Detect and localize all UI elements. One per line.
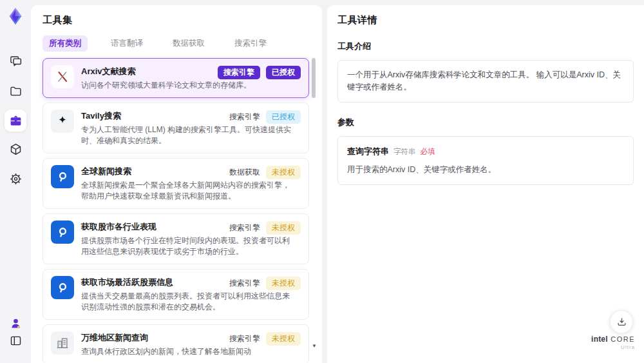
tab-data-fetching[interactable]: 数据获取: [166, 35, 211, 52]
blue-search-icon: [51, 221, 74, 244]
param-type: 字符串: [393, 146, 416, 158]
auth-status-badge: 未授权: [266, 332, 301, 346]
tab-language-translation[interactable]: 语言翻译: [104, 35, 149, 52]
tab-search-engine[interactable]: 搜索引擎: [228, 35, 273, 52]
sidebar-item-packages[interactable]: [5, 138, 26, 160]
tool-description: 查询具体行政区划内的新闻，快速了解各地新闻动: [81, 346, 301, 357]
auth-status-badge: 未授权: [266, 166, 301, 179]
parameter-box: 查询字符串 字符串 必填 用于搜索的Arxiv ID、关键字或作者姓名。: [337, 136, 634, 185]
category-label: 搜索引擎: [229, 112, 260, 123]
brand-core-text: CORE: [611, 335, 635, 343]
params-section-title: 参数: [337, 117, 634, 128]
app-root: 工具集 所有类别 语言翻译 数据获取 搜索引擎 Arxiv文献搜索 访问各个研究…: [0, 0, 644, 363]
category-label: 数据获取: [229, 167, 260, 178]
blue-search-icon: [51, 165, 74, 188]
folder-icon: [9, 84, 23, 98]
detail-title: 工具详情: [337, 14, 634, 26]
brand-intel-text: intel: [591, 335, 608, 344]
category-label: 搜索引擎: [229, 333, 260, 344]
tool-card-sector-performance[interactable]: 获取股市各行业表现 提供股票市场各个行业在特定时间段内的表现。投资者可以利用这些…: [43, 213, 309, 264]
tool-list: Arxiv文献搜索 访问各个研究领域大量科学论文和文章的存储库。 搜索引擎 已授…: [43, 58, 309, 363]
scrollbar-down-arrow-icon[interactable]: ▼: [312, 343, 317, 349]
tool-detail-panel: 工具详情 工具介绍 一个用于从Arxiv存储库搜索科学论文和文章的工具。 输入可…: [327, 5, 644, 363]
tool-card-arxiv[interactable]: Arxiv文献搜索 访问各个研究领域大量科学论文和文章的存储库。 搜索引擎 已授…: [43, 58, 309, 98]
category-tabs: 所有类别 语言翻译 数据获取 搜索引擎: [43, 35, 310, 52]
app-logo-gem-icon[interactable]: [6, 6, 25, 26]
tool-description: 专为人工智能代理 (LLM) 构建的搜索引擎工具。可快速提供实时、准确和真实的结…: [81, 124, 301, 146]
sidebar-collapse-toggle[interactable]: [5, 329, 26, 351]
auth-status-badge: 未授权: [266, 277, 301, 290]
param-required-badge: 必填: [421, 146, 435, 158]
tool-card-global-news[interactable]: 全球新闻搜索 全球新闻搜索是一个聚合全球各大新闻网站内容的搜索引擎，帮助用户快速…: [43, 158, 309, 209]
brand-sub-text: Ultra: [591, 344, 635, 351]
list-scrollbar-thumb[interactable]: [312, 58, 316, 98]
tool-intro-box: 一个用于从Arxiv存储库搜索科学论文和文章的工具。 输入可以是Arxiv ID…: [337, 60, 634, 103]
sparkle-star-icon: [51, 110, 74, 133]
tool-list-panel: 工具集 所有类别 语言翻译 数据获取 搜索引擎 Arxiv文献搜索 访问各个研究…: [31, 5, 322, 363]
blue-search-icon: [51, 276, 74, 299]
auth-status-badge: 已授权: [266, 66, 301, 79]
download-icon: [616, 317, 627, 328]
toolbox-icon: [9, 114, 23, 128]
param-description: 用于搜索的Arxiv ID、关键字或作者姓名。: [347, 164, 624, 176]
sidebar-item-tools[interactable]: [5, 110, 26, 132]
category-label: 搜索引擎: [229, 222, 260, 233]
sidebar-item-chat[interactable]: [5, 50, 26, 72]
avatar-icon: [9, 317, 23, 330]
page-title: 工具集: [43, 14, 310, 26]
tool-description: 全球新闻搜索是一个聚合全球各大新闻网站内容的搜索引擎，帮助用户快速获取全球最新资…: [81, 180, 301, 202]
tool-description: 提供股票市场各个行业在特定时间段内的表现。投资者可以利用这些信息来识别表现优于或…: [81, 235, 301, 257]
auth-status-badge: 已授权: [266, 110, 301, 124]
tool-card-tavily[interactable]: Tavily搜索 专为人工智能代理 (LLM) 构建的搜索引擎工具。可快速提供实…: [43, 103, 309, 153]
cube-icon: [9, 142, 23, 156]
sidebar-item-settings[interactable]: [5, 168, 26, 190]
tool-card-regional-news[interactable]: 万维地区新闻查询 查询具体行政区划内的新闻，快速了解各地新闻动 搜索引擎 未授权: [43, 324, 309, 363]
auth-status-badge: 未授权: [266, 221, 301, 235]
icon-sidebar: [0, 0, 31, 363]
tool-card-active-stocks[interactable]: 获取市场最活跃股票信息 提供当天交易量最高的股票列表。投资者可以利用这些信息来识…: [43, 269, 309, 320]
tab-all-categories[interactable]: 所有类别: [43, 35, 88, 52]
layout-toggle-icon: [9, 334, 23, 348]
tool-description: 提供当天交易量最高的股票列表。投资者可以利用这些信息来识别流动性强的股票和潜在的…: [81, 291, 301, 313]
category-badge: 搜索引擎: [218, 66, 260, 79]
intro-section-title: 工具介绍: [337, 41, 634, 52]
arxiv-logo-icon: [51, 65, 74, 88]
sidebar-item-files[interactable]: [5, 80, 26, 102]
building-icon: [51, 331, 74, 355]
param-name: 查询字符串: [347, 145, 389, 157]
gear-icon: [9, 172, 23, 186]
category-label: 搜索引擎: [229, 278, 260, 289]
download-button[interactable]: [610, 310, 633, 333]
chat-icon: [9, 55, 23, 68]
tool-description: 访问各个研究领域大量科学论文和文章的存储库。: [81, 80, 301, 91]
intel-core-logo: intel CORE Ultra: [591, 335, 635, 351]
